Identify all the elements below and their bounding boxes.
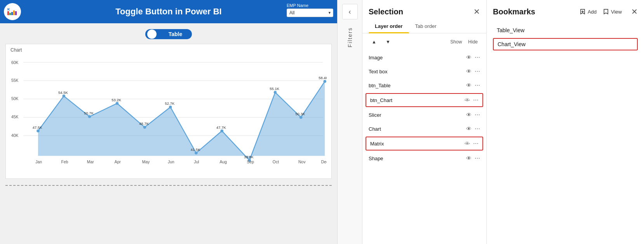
svg-text:May: May — [142, 160, 150, 164]
more-icon-matrix[interactable]: ⋯ — [473, 140, 479, 147]
svg-text:45K: 45K — [11, 115, 19, 119]
selection-title: Selection — [369, 7, 403, 16]
bookmarks-actions: Add View ✕ — [580, 7, 638, 16]
svg-text:Dec: Dec — [321, 160, 327, 164]
show-hide-controls: Show Hide — [448, 38, 480, 45]
svg-text:48.7K: 48.7K — [139, 121, 149, 126]
tab-layer-order[interactable]: Layer order — [369, 20, 409, 33]
svg-rect-3 — [9, 13, 11, 15]
layer-icons-matrix: 👁 ⋯ — [465, 140, 479, 147]
more-icon-chart[interactable]: ⋯ — [475, 126, 480, 132]
layer-icons-shape: 👁 ⋯ — [466, 155, 480, 161]
layer-list: Image 👁 ⋯ Text box 👁 ⋯ btn_Table 👁 ⋯ btn… — [362, 50, 486, 244]
collapse-button[interactable]: ‹ — [342, 4, 358, 19]
layer-item-btn-chart[interactable]: btn_Chart 👁 ⋯ — [366, 93, 483, 107]
selection-panel: Selection ✕ Layer order Tab order ▲ ▼ Sh… — [362, 0, 487, 244]
svg-rect-2 — [7, 11, 9, 15]
more-icon-image[interactable]: ⋯ — [475, 54, 480, 61]
svg-text:47.7K: 47.7K — [216, 125, 226, 130]
visibility-icon-btn-table[interactable]: 👁 — [466, 82, 472, 88]
layer-name-image: Image — [369, 55, 466, 61]
svg-text:47.5K: 47.5K — [33, 125, 42, 130]
visibility-icon-image[interactable]: 👁 — [466, 54, 472, 61]
move-up-button[interactable]: ▲ — [369, 36, 379, 47]
emp-filter-select[interactable]: All — [287, 9, 333, 17]
layer-item-btn-table[interactable]: btn_Table 👁 ⋯ — [362, 78, 486, 92]
more-icon-textbox[interactable]: ⋯ — [475, 68, 480, 74]
view-bookmark-icon — [603, 9, 609, 15]
toggle-container: Table — [145, 29, 192, 39]
hide-button[interactable]: Hide — [466, 38, 480, 45]
bookmarks-list: Table_View Chart_View — [487, 20, 644, 54]
layer-name-slicer: Slicer — [369, 112, 466, 118]
bookmarks-header: Bookmarks Add View ✕ — [487, 0, 644, 20]
add-bookmark-icon — [580, 9, 586, 15]
layer-name-shape: Shape — [369, 156, 466, 161]
visibility-icon-chart[interactable]: 👁 — [466, 126, 472, 132]
svg-text:Jul: Jul — [194, 160, 199, 164]
toggle-circle — [147, 29, 157, 39]
svg-text:50K: 50K — [11, 97, 19, 101]
svg-text:54.5K: 54.5K — [58, 90, 68, 95]
svg-text:50.3K: 50.3K — [296, 112, 305, 116]
bookmarks-title: Bookmarks — [493, 7, 535, 16]
visibility-icon-textbox[interactable]: 👁 — [466, 68, 472, 74]
show-button[interactable]: Show — [448, 38, 464, 45]
svg-rect-5 — [13, 10, 15, 15]
svg-point-21 — [116, 102, 119, 105]
toggle-label: Table — [169, 31, 183, 37]
canvas-header: K Toggle Button in Power BI EMP Name All — [0, 0, 337, 23]
layer-name-textbox: Text box — [369, 69, 466, 74]
visibility-icon-shape[interactable]: 👁 — [466, 155, 472, 161]
svg-point-29 — [323, 80, 326, 83]
layer-item-matrix[interactable]: Matrix 👁 ⋯ — [366, 137, 483, 151]
layer-icons-btn-table: 👁 ⋯ — [466, 82, 480, 88]
svg-text:52.7K: 52.7K — [165, 101, 175, 106]
layer-name-btn-table: btn_Table — [369, 83, 466, 88]
layer-icons-image: 👁 ⋯ — [466, 54, 480, 61]
visibility-hidden-icon-btn-chart[interactable]: 👁 — [465, 97, 470, 103]
more-icon-btn-table[interactable]: ⋯ — [475, 82, 480, 88]
filters-panel: ‹ Filters — [337, 0, 362, 244]
layer-item-textbox[interactable]: Text box 👁 ⋯ — [362, 64, 486, 78]
chart-label: Chart — [10, 47, 327, 53]
bookmark-item-table-view[interactable]: Table_View — [493, 24, 638, 36]
canvas-logo: K — [4, 3, 21, 20]
layer-item-chart[interactable]: Chart 👁 ⋯ — [362, 122, 486, 136]
layer-item-slicer[interactable]: Slicer 👁 ⋯ — [362, 108, 486, 122]
svg-point-27 — [274, 91, 277, 94]
tab-tab-order[interactable]: Tab order — [409, 20, 443, 33]
svg-text:50.7K: 50.7K — [84, 111, 94, 115]
bookmarks-close-button[interactable]: ✕ — [631, 7, 638, 16]
svg-text:55K: 55K — [11, 78, 19, 83]
layer-icons-btn-chart: 👁 ⋯ — [465, 97, 479, 103]
toggle-button[interactable]: Table — [145, 29, 192, 39]
canvas-title: Toggle Button in Power BI — [115, 7, 221, 17]
more-icon-slicer[interactable]: ⋯ — [475, 112, 480, 118]
layer-item-image[interactable]: Image 👁 ⋯ — [362, 50, 486, 64]
more-icon-shape[interactable]: ⋯ — [475, 155, 480, 161]
canvas-panel: K Toggle Button in Power BI EMP Name All — [0, 0, 337, 244]
filters-label: Filters — [347, 27, 353, 47]
selection-tabs: Layer order Tab order — [362, 20, 486, 33]
bookmark-item-chart-view[interactable]: Chart_View — [493, 38, 638, 50]
svg-text:60K: 60K — [11, 61, 19, 65]
selection-close-button[interactable]: ✕ — [473, 7, 480, 16]
bookmarks-add-button[interactable]: Add — [580, 9, 597, 15]
bookmarks-view-button[interactable]: View — [603, 9, 622, 15]
more-icon-btn-chart[interactable]: ⋯ — [473, 97, 479, 103]
chart-svg: 60K 55K 50K 45K 40K — [10, 54, 327, 174]
move-down-button[interactable]: ▼ — [383, 36, 393, 47]
emp-filter-wrapper[interactable]: All — [287, 9, 333, 17]
svg-point-25 — [220, 130, 223, 133]
svg-text:K: K — [7, 7, 10, 11]
layer-item-shape[interactable]: Shape 👁 ⋯ — [362, 151, 486, 165]
visibility-icon-slicer[interactable]: 👁 — [466, 112, 472, 118]
svg-point-22 — [143, 126, 146, 129]
selection-header: Selection ✕ — [362, 0, 486, 20]
visibility-hidden-icon-matrix[interactable]: 👁 — [465, 140, 470, 147]
svg-point-23 — [169, 106, 172, 109]
order-controls: ▲ ▼ Show Hide — [362, 33, 486, 50]
svg-text:55.1K: 55.1K — [270, 87, 279, 91]
svg-text:39.8K: 39.8K — [244, 155, 254, 159]
